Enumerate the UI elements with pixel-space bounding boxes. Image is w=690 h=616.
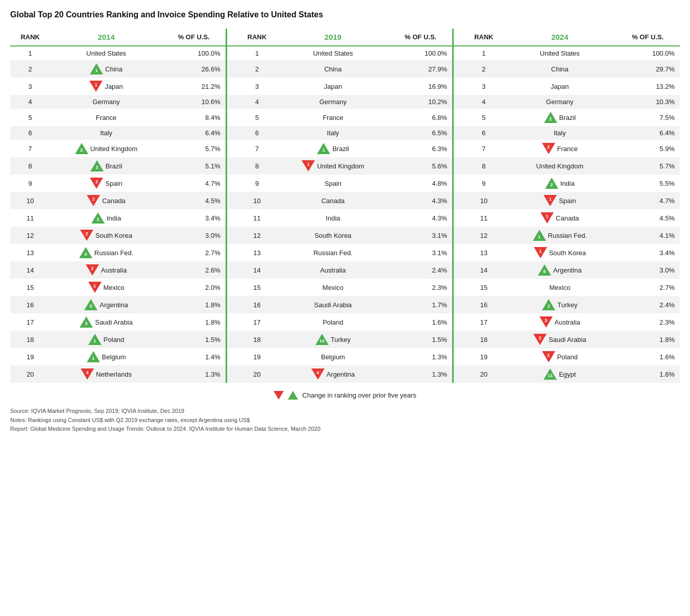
divider-row-1-18 <box>226 331 237 348</box>
rank-2024-17: 17 <box>464 313 504 331</box>
page-container: Global Top 20 Countries Ranking and Invo… <box>10 10 680 434</box>
pct-2019-10: 4.3% <box>389 192 453 209</box>
rank-2024-9: 9 <box>464 175 504 192</box>
divider-row-2-13 <box>453 244 464 261</box>
rank-2024-7: 7 <box>464 140 504 157</box>
rank-2019-17: 17 <box>237 313 277 331</box>
rank-2024-18: 18 <box>464 331 504 348</box>
rank-2024-10: 10 <box>464 192 504 209</box>
rank-2019-4: 4 <box>237 95 277 109</box>
rank-2024-8: 8 <box>464 157 504 175</box>
country-2019-2: China <box>277 60 389 78</box>
rank-2014-8: 8 <box>10 157 50 175</box>
pct-2014-8: 5.1% <box>162 157 226 175</box>
table-row: 14 2 Australia 2.6% 14 Australia 2.4% 14 <box>10 261 680 279</box>
header-pct-2019: % OF U.S. <box>389 29 453 46</box>
divider-row-2-19 <box>453 348 464 365</box>
divider-row-1-7 <box>226 140 237 157</box>
pct-2024-11: 4.5% <box>616 209 680 227</box>
country-2024-5: 2 Brazil <box>504 109 615 126</box>
divider-row-1-14 <box>226 261 237 279</box>
table-row: 17 5 Saudi Arabia 1.8% 17 Poland 1.6% 17 <box>10 313 680 331</box>
pct-2014-4: 10.6% <box>162 95 226 109</box>
pct-2024-7: 5.9% <box>616 140 680 157</box>
country-2019-18: 14 Turkey <box>277 331 389 348</box>
rank-2024-5: 5 <box>464 109 504 126</box>
rank-2019-11: 11 <box>237 209 277 227</box>
country-2019-19: Belgium <box>277 348 389 365</box>
divider-row-2-7 <box>453 140 464 157</box>
country-2014-11: 2 India <box>50 209 162 227</box>
rank-2024-3: 3 <box>464 78 504 95</box>
pct-2024-9: 5.5% <box>616 175 680 192</box>
pct-2019-14: 2.4% <box>389 261 453 279</box>
divider-row-1-1 <box>226 46 237 60</box>
header-year-2014: 2014 <box>50 29 162 46</box>
pct-2024-20: 1.6% <box>616 365 680 383</box>
country-2024-4: Germany <box>504 95 615 109</box>
pct-2024-5: 7.5% <box>616 109 680 126</box>
rank-2019-1: 1 <box>237 46 277 60</box>
pct-2014-9: 4.7% <box>162 175 226 192</box>
country-2024-9: 2 India <box>504 175 615 192</box>
divider-row-1-8 <box>226 157 237 175</box>
country-2024-2: China <box>504 60 615 78</box>
country-2019-7: 1 Brazil <box>277 140 389 157</box>
table-row: 9 2 Spain 4.7% 9 Spain 4.8% 9 <box>10 175 680 192</box>
divider-row-2-10 <box>453 192 464 209</box>
pct-2024-16: 2.4% <box>616 296 680 313</box>
pct-2019-5: 6.8% <box>389 109 453 126</box>
country-2024-12: 1 Russian Fed. <box>504 227 615 244</box>
country-2024-13: 1 South Korea <box>504 244 615 261</box>
rank-2014-20: 20 <box>10 365 50 383</box>
footer: Source: IQVIA Market Prognosis, Sep 2019… <box>10 407 680 434</box>
rank-2014-13: 13 <box>10 244 50 261</box>
country-2014-6: Italy <box>50 126 162 140</box>
divider-row-2-11 <box>453 209 464 227</box>
footer-line1: Source: IQVIA Market Prognosis, Sep 2019… <box>10 407 680 416</box>
pct-2014-11: 3.4% <box>162 209 226 227</box>
table-row: 15 1 Mexico 2.0% 15 Mexico 2.3% 15 Mexic <box>10 279 680 296</box>
divider-row-1-11 <box>226 209 237 227</box>
pct-2014-15: 2.0% <box>162 279 226 296</box>
pct-2014-6: 6.4% <box>162 126 226 140</box>
pct-2014-19: 1.4% <box>162 348 226 365</box>
pct-2024-19: 1.6% <box>616 348 680 365</box>
pct-2014-16: 1.8% <box>162 296 226 313</box>
rank-2014-11: 11 <box>10 209 50 227</box>
pct-2014-1: 100.0% <box>162 46 226 60</box>
country-2024-14: 6 Argentina <box>504 261 615 279</box>
rank-2014-6: 6 <box>10 126 50 140</box>
country-2014-10: 2 Canada <box>50 192 162 209</box>
country-2024-18: 2 Saudi Arabia <box>504 331 615 348</box>
table-row: 5 France 8.4% 5 France 6.8% 5 2 Brazil <box>10 109 680 126</box>
rank-2024-14: 14 <box>464 261 504 279</box>
divider-row-2-12 <box>453 227 464 244</box>
pct-2024-1: 100.0% <box>616 46 680 60</box>
pct-2024-15: 2.7% <box>616 279 680 296</box>
country-2014-3: 1 Japan <box>50 78 162 95</box>
rank-2014-1: 1 <box>10 46 50 60</box>
rank-2019-10: 10 <box>237 192 277 209</box>
divider-row-1-9 <box>226 175 237 192</box>
rank-2014-10: 10 <box>10 192 50 209</box>
pct-2024-12: 4.1% <box>616 227 680 244</box>
rank-2014-15: 15 <box>10 279 50 296</box>
rank-2024-4: 4 <box>464 95 504 109</box>
rank-2014-19: 19 <box>10 348 50 365</box>
country-2019-15: Mexico <box>277 279 389 296</box>
rank-2014-7: 7 <box>10 140 50 157</box>
divider-1 <box>226 29 237 46</box>
country-2014-16: 5 Argentina <box>50 296 162 313</box>
country-2014-4: Germany <box>50 95 162 109</box>
divider-row-2-14 <box>453 261 464 279</box>
table-row: 6 Italy 6.4% 6 Italy 6.5% 6 Italy 6.4% <box>10 126 680 140</box>
rank-2014-2: 2 <box>10 60 50 78</box>
divider-row-2-15 <box>453 279 464 296</box>
country-2014-8: 3 Brazil <box>50 157 162 175</box>
header-rank-2019: RANK <box>237 29 277 46</box>
country-2014-1: United States <box>50 46 162 60</box>
country-2024-3: Japan <box>504 78 615 95</box>
table-row: 16 5 Argentina 1.8% 16 Saudi Arabia 1.7%… <box>10 296 680 313</box>
table-row: 8 3 Brazil 5.1% 8 1 United Kingdom 5.6% … <box>10 157 680 175</box>
